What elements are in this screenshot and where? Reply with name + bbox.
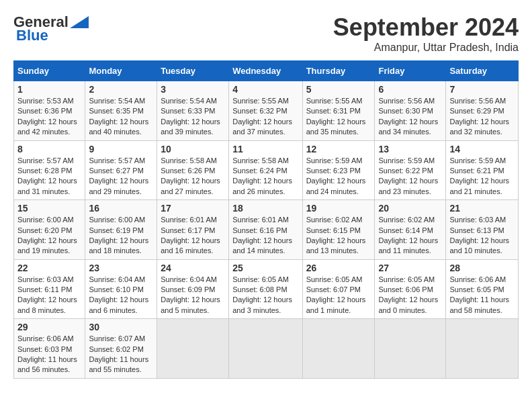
day-number: 30 <box>89 322 153 332</box>
day-info: Sunrise: 6:06 AM Sunset: 6:03 PM Dayligh… <box>17 334 81 375</box>
calendar-cell: 19Sunrise: 6:02 AM Sunset: 6:15 PM Dayli… <box>302 200 375 260</box>
calendar-cell: 5Sunrise: 5:55 AM Sunset: 6:31 PM Daylig… <box>302 81 375 141</box>
calendar-cell: 10Sunrise: 5:58 AM Sunset: 6:26 PM Dayli… <box>157 140 229 200</box>
month-title: September 2024 <box>333 13 519 42</box>
day-info: Sunrise: 6:01 AM Sunset: 6:17 PM Dayligh… <box>161 215 225 257</box>
day-number: 1 <box>17 84 81 95</box>
calendar-header-row: SundayMondayTuesdayWednesdayThursdayFrid… <box>14 61 519 81</box>
title-block: September 2024 Amanpur, Uttar Pradesh, I… <box>333 13 519 54</box>
calendar-cell: 16Sunrise: 6:00 AM Sunset: 6:19 PM Dayli… <box>85 200 157 260</box>
calendar-cell: 28Sunrise: 6:06 AM Sunset: 6:05 PM Dayli… <box>446 259 519 319</box>
day-info: Sunrise: 6:05 AM Sunset: 6:06 PM Dayligh… <box>378 275 442 316</box>
day-info: Sunrise: 5:56 AM Sunset: 6:30 PM Dayligh… <box>378 96 442 138</box>
day-number: 27 <box>378 263 442 273</box>
calendar-cell: 30Sunrise: 6:07 AM Sunset: 6:02 PM Dayli… <box>85 319 157 379</box>
day-number: 16 <box>89 203 153 214</box>
day-info: Sunrise: 6:03 AM Sunset: 6:13 PM Dayligh… <box>449 215 515 257</box>
day-number: 3 <box>161 84 225 95</box>
day-number: 18 <box>232 203 298 214</box>
svg-marker-0 <box>70 16 89 28</box>
calendar-cell: 24Sunrise: 6:04 AM Sunset: 6:09 PM Dayli… <box>157 259 229 319</box>
calendar-cell: 29Sunrise: 6:06 AM Sunset: 6:03 PM Dayli… <box>14 319 85 379</box>
calendar-cell: 27Sunrise: 6:05 AM Sunset: 6:06 PM Dayli… <box>375 259 446 319</box>
column-header-sunday: Sunday <box>14 61 85 81</box>
calendar-cell <box>446 319 519 379</box>
calendar-cell: 17Sunrise: 6:01 AM Sunset: 6:17 PM Dayli… <box>157 200 229 260</box>
day-info: Sunrise: 5:59 AM Sunset: 6:23 PM Dayligh… <box>306 156 371 197</box>
day-info: Sunrise: 6:02 AM Sunset: 6:15 PM Dayligh… <box>306 215 371 257</box>
calendar-cell: 1Sunrise: 5:53 AM Sunset: 6:36 PM Daylig… <box>14 81 85 141</box>
calendar-cell: 18Sunrise: 6:01 AM Sunset: 6:16 PM Dayli… <box>229 200 302 260</box>
calendar-cell: 2Sunrise: 5:54 AM Sunset: 6:35 PM Daylig… <box>85 81 157 141</box>
week-row-4: 22Sunrise: 6:03 AM Sunset: 6:11 PM Dayli… <box>14 259 519 319</box>
day-info: Sunrise: 5:59 AM Sunset: 6:22 PM Dayligh… <box>378 156 442 197</box>
day-info: Sunrise: 6:00 AM Sunset: 6:19 PM Dayligh… <box>89 215 153 257</box>
day-number: 17 <box>161 203 225 214</box>
week-row-1: 1Sunrise: 5:53 AM Sunset: 6:36 PM Daylig… <box>14 81 519 141</box>
day-info: Sunrise: 6:03 AM Sunset: 6:11 PM Dayligh… <box>17 275 81 316</box>
day-number: 12 <box>306 144 371 154</box>
day-number: 10 <box>161 144 225 154</box>
calendar-cell: 12Sunrise: 5:59 AM Sunset: 6:23 PM Dayli… <box>302 140 375 200</box>
day-number: 2 <box>89 84 153 95</box>
day-info: Sunrise: 5:57 AM Sunset: 6:28 PM Dayligh… <box>17 156 81 197</box>
day-number: 21 <box>449 203 515 214</box>
day-info: Sunrise: 6:07 AM Sunset: 6:02 PM Dayligh… <box>89 334 153 375</box>
logo: General Blue <box>13 13 89 44</box>
calendar-cell: 11Sunrise: 5:58 AM Sunset: 6:24 PM Dayli… <box>229 140 302 200</box>
calendar-cell: 7Sunrise: 5:56 AM Sunset: 6:29 PM Daylig… <box>446 81 519 141</box>
column-header-monday: Monday <box>85 61 157 81</box>
day-info: Sunrise: 5:54 AM Sunset: 6:33 PM Dayligh… <box>161 96 225 138</box>
day-number: 19 <box>306 203 371 214</box>
day-info: Sunrise: 6:04 AM Sunset: 6:09 PM Dayligh… <box>161 275 225 316</box>
calendar-cell: 26Sunrise: 6:05 AM Sunset: 6:07 PM Dayli… <box>302 259 375 319</box>
calendar-cell: 8Sunrise: 5:57 AM Sunset: 6:28 PM Daylig… <box>14 140 85 200</box>
week-row-2: 8Sunrise: 5:57 AM Sunset: 6:28 PM Daylig… <box>14 140 519 200</box>
calendar-cell: 3Sunrise: 5:54 AM Sunset: 6:33 PM Daylig… <box>157 81 229 141</box>
day-info: Sunrise: 5:59 AM Sunset: 6:21 PM Dayligh… <box>449 156 515 197</box>
day-info: Sunrise: 6:01 AM Sunset: 6:16 PM Dayligh… <box>232 215 298 257</box>
day-info: Sunrise: 5:58 AM Sunset: 6:24 PM Dayligh… <box>232 156 298 197</box>
calendar-cell: 15Sunrise: 6:00 AM Sunset: 6:20 PM Dayli… <box>14 200 85 260</box>
logo-icon <box>70 16 89 28</box>
day-number: 7 <box>449 84 515 95</box>
day-info: Sunrise: 6:06 AM Sunset: 6:05 PM Dayligh… <box>449 275 515 316</box>
day-info: Sunrise: 6:00 AM Sunset: 6:20 PM Dayligh… <box>17 215 81 257</box>
day-info: Sunrise: 6:05 AM Sunset: 6:08 PM Dayligh… <box>232 275 298 316</box>
calendar-cell: 13Sunrise: 5:59 AM Sunset: 6:22 PM Dayli… <box>375 140 446 200</box>
day-info: Sunrise: 6:02 AM Sunset: 6:14 PM Dayligh… <box>378 215 442 257</box>
calendar-cell: 14Sunrise: 5:59 AM Sunset: 6:21 PM Dayli… <box>446 140 519 200</box>
day-info: Sunrise: 5:57 AM Sunset: 6:27 PM Dayligh… <box>89 156 153 197</box>
calendar-cell <box>302 319 375 379</box>
day-info: Sunrise: 6:05 AM Sunset: 6:07 PM Dayligh… <box>306 275 371 316</box>
column-header-friday: Friday <box>375 61 446 81</box>
day-info: Sunrise: 5:58 AM Sunset: 6:26 PM Dayligh… <box>161 156 225 197</box>
page-header: General Blue September 2024 Amanpur, Utt… <box>13 13 519 54</box>
calendar-cell: 21Sunrise: 6:03 AM Sunset: 6:13 PM Dayli… <box>446 200 519 260</box>
day-info: Sunrise: 5:55 AM Sunset: 6:31 PM Dayligh… <box>306 96 371 138</box>
calendar-cell: 22Sunrise: 6:03 AM Sunset: 6:11 PM Dayli… <box>14 259 85 319</box>
calendar-cell: 20Sunrise: 6:02 AM Sunset: 6:14 PM Dayli… <box>375 200 446 260</box>
day-number: 8 <box>17 144 81 154</box>
week-row-3: 15Sunrise: 6:00 AM Sunset: 6:20 PM Dayli… <box>14 200 519 260</box>
calendar-cell: 25Sunrise: 6:05 AM Sunset: 6:08 PM Dayli… <box>229 259 302 319</box>
calendar-table: SundayMondayTuesdayWednesdayThursdayFrid… <box>13 60 519 379</box>
column-header-tuesday: Tuesday <box>157 61 229 81</box>
day-number: 14 <box>449 144 515 154</box>
day-number: 28 <box>449 263 515 273</box>
day-number: 15 <box>17 203 81 214</box>
day-number: 9 <box>89 144 153 154</box>
location-title: Amanpur, Uttar Pradesh, India <box>333 42 519 54</box>
day-number: 26 <box>306 263 371 273</box>
calendar-cell: 9Sunrise: 5:57 AM Sunset: 6:27 PM Daylig… <box>85 140 157 200</box>
calendar-cell <box>229 319 302 379</box>
day-number: 29 <box>17 322 81 332</box>
day-info: Sunrise: 5:55 AM Sunset: 6:32 PM Dayligh… <box>232 96 298 138</box>
day-info: Sunrise: 5:53 AM Sunset: 6:36 PM Dayligh… <box>17 96 81 138</box>
calendar-cell <box>375 319 446 379</box>
day-number: 24 <box>161 263 225 273</box>
logo-blue: Blue <box>13 27 48 44</box>
column-header-thursday: Thursday <box>302 61 375 81</box>
column-header-saturday: Saturday <box>446 61 519 81</box>
calendar-cell <box>157 319 229 379</box>
